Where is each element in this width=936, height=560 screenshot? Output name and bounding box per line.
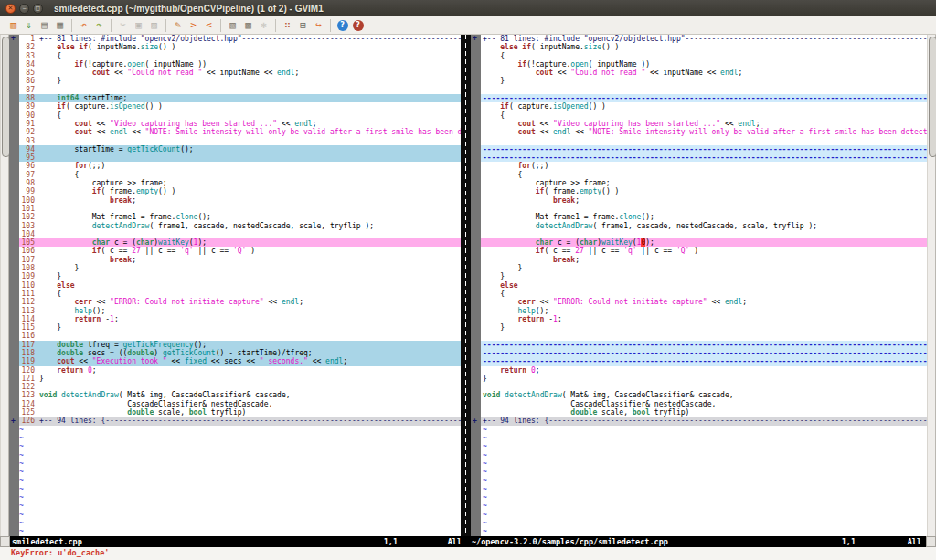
- code-line[interactable]: 103 detectAndDraw( frame1, cascade, nest…: [19, 222, 461, 230]
- code-line[interactable]: 114 return -1;: [19, 315, 461, 323]
- code-line[interactable]: 91 cout << "Video capturing has been sta…: [19, 120, 461, 128]
- code-line[interactable]: {: [481, 52, 927, 60]
- code-line[interactable]: 87: [19, 86, 461, 94]
- code-line[interactable]: help();: [481, 307, 927, 315]
- build-tags-icon[interactable]: ⊞: [295, 18, 311, 32]
- code-line[interactable]: cout << "Video capturing has been starte…: [481, 120, 927, 128]
- code-line[interactable]: {: [481, 171, 927, 179]
- code-line[interactable]: 112 cerr << "ERROR: Could not initiate c…: [19, 298, 461, 306]
- fold-line[interactable]: +-- 94 lines: {-------------------------…: [481, 417, 927, 425]
- code-line[interactable]: {: [481, 111, 927, 120]
- code-line[interactable]: 121}: [19, 375, 461, 383]
- left-scrollbar[interactable]: [0, 35, 9, 536]
- code-line[interactable]: cout << "Could not read " << inputName <…: [481, 69, 927, 77]
- code-line[interactable]: return 0;: [481, 366, 927, 375]
- code-line[interactable]: 110 else: [19, 281, 461, 290]
- code-line[interactable]: capture >> frame;: [481, 179, 927, 187]
- save-session-icon[interactable]: ▩: [240, 18, 256, 32]
- save-all-icon[interactable]: ▤: [37, 18, 52, 32]
- undo-icon[interactable]: ↶: [76, 18, 91, 32]
- code-line[interactable]: }: [481, 272, 927, 280]
- code-line[interactable]: 107 break;: [19, 256, 461, 264]
- fold-marker-icon[interactable]: +: [473, 417, 481, 425]
- find-replace-icon[interactable]: ✎: [170, 18, 186, 32]
- code-line[interactable]: [481, 86, 927, 94]
- code-line[interactable]: detectAndDraw( frame1, cascade, nestedCa…: [481, 222, 927, 230]
- code-line[interactable]: CascadeClassifier& nestedCascade,: [481, 400, 927, 408]
- code-line[interactable]: 106 if( c == 27 || c == 'q' || c == 'Q' …: [19, 247, 461, 255]
- code-line[interactable]: 95: [19, 153, 461, 162]
- code-line[interactable]: }: [481, 264, 927, 272]
- code-line[interactable]: 97 {: [19, 171, 461, 179]
- code-line[interactable]: 88 int64 startTime;: [19, 94, 461, 102]
- save-file-icon[interactable]: ⇓: [21, 18, 37, 32]
- right-fold-column[interactable]: ++: [471, 35, 481, 536]
- code-line[interactable]: break;: [481, 196, 927, 205]
- code-line[interactable]: if( capture.isOpened() ): [481, 102, 927, 111]
- code-line[interactable]: char c = (char)waitKey(10);: [481, 238, 927, 247]
- jump-tag-icon[interactable]: ↪: [311, 18, 326, 32]
- code-line[interactable]: Mat frame1 = frame.clone();: [481, 213, 927, 221]
- fold-line[interactable]: 126+-- 94 lines: {----------------------…: [19, 417, 461, 425]
- code-line[interactable]: 119 cout << "Execution took " << fixed <…: [19, 357, 461, 365]
- code-line[interactable]: 99 if( frame.empty() ): [19, 187, 461, 195]
- make-icon[interactable]: ∷: [280, 18, 295, 32]
- code-line[interactable]: void detectAndDraw( Mat& img, CascadeCla…: [481, 391, 927, 399]
- redo-icon[interactable]: ↷: [91, 18, 107, 32]
- code-line[interactable]: 86 }: [19, 77, 461, 85]
- command-line[interactable]: KeyError: u'do_cache': [0, 547, 936, 560]
- left-scrollbar-stepper[interactable]: [0, 536, 10, 547]
- code-line[interactable]: 104: [19, 230, 461, 238]
- code-line[interactable]: 93: [19, 137, 461, 145]
- right-diff-pane[interactable]: +-- 81 lines: #include "opencv2/objdetec…: [481, 35, 927, 536]
- right-scrollbar-thumb[interactable]: [929, 37, 936, 157]
- load-session-icon[interactable]: ▧: [225, 18, 240, 32]
- code-line[interactable]: 83 {: [19, 52, 461, 60]
- code-line[interactable]: [481, 137, 927, 145]
- code-line[interactable]: }: [481, 77, 927, 85]
- code-line[interactable]: 116: [19, 332, 461, 340]
- code-line[interactable]: 115 }: [19, 323, 461, 332]
- code-line[interactable]: 118 double secs = ((double) getTickCount…: [19, 349, 461, 357]
- open-file-icon[interactable]: ▥: [5, 18, 21, 32]
- code-line[interactable]: 100 break;: [19, 196, 461, 205]
- minimize-window-button[interactable]: −: [19, 4, 29, 14]
- code-line[interactable]: 120 return 0;: [19, 366, 461, 375]
- code-line[interactable]: 92 cout << endl << "NOTE: Smile intensit…: [19, 128, 461, 136]
- code-line[interactable]: 101: [19, 205, 461, 213]
- code-line[interactable]: 90 {: [19, 111, 461, 120]
- code-line[interactable]: return -1;: [481, 315, 927, 323]
- code-line[interactable]: break;: [481, 256, 927, 264]
- code-line[interactable]: 108 }: [19, 264, 461, 272]
- code-line[interactable]: 117 double tfreq = getTickFrequency();: [19, 341, 461, 349]
- code-line[interactable]: [481, 205, 927, 213]
- code-line[interactable]: 124 CascadeClassifier& nestedCascade,: [19, 400, 461, 408]
- code-line[interactable]: else: [481, 281, 927, 290]
- fold-marker-icon[interactable]: +: [11, 417, 19, 425]
- code-line[interactable]: 111 {: [19, 290, 461, 298]
- code-line[interactable]: if( frame.empty() ): [481, 187, 927, 195]
- find-next-icon[interactable]: >: [186, 18, 201, 32]
- left-fold-column[interactable]: ++: [9, 35, 19, 536]
- code-line[interactable]: 85 cout << "Could not read " << inputNam…: [19, 69, 461, 77]
- code-line[interactable]: [481, 332, 927, 340]
- code-line[interactable]: cerr << "ERROR: Could not initiate captu…: [481, 298, 927, 306]
- code-line[interactable]: 123void detectAndDraw( Mat& img, Cascade…: [19, 391, 461, 399]
- code-line[interactable]: if(!capture.open( inputName )): [481, 60, 927, 69]
- code-line[interactable]: 109 }: [19, 272, 461, 280]
- code-line[interactable]: 98 capture >> frame;: [19, 179, 461, 187]
- code-line[interactable]: [481, 383, 927, 391]
- code-line[interactable]: }: [481, 323, 927, 332]
- left-diff-pane[interactable]: 1+-- 81 lines: #include "opencv2/objdete…: [19, 35, 461, 536]
- code-line[interactable]: [481, 230, 927, 238]
- code-line[interactable]: }: [481, 375, 927, 383]
- code-line[interactable]: else if( inputName.size() ): [481, 43, 927, 51]
- vertical-split-separator[interactable]: [461, 35, 471, 536]
- code-line[interactable]: 125 double scale, bool tryflip): [19, 408, 461, 417]
- code-line[interactable]: 113 help();: [19, 307, 461, 315]
- title-bar[interactable]: ✕ − ◻ smiledetect.cpp (~/mygithub/OpenCV…: [0, 0, 936, 16]
- code-line[interactable]: 122: [19, 383, 461, 391]
- fold-marker-icon[interactable]: +: [473, 34, 481, 42]
- code-line[interactable]: double scale, bool tryflip): [481, 408, 927, 417]
- code-line[interactable]: if( c == 27 || c == 'q' || c == 'Q' ): [481, 247, 927, 255]
